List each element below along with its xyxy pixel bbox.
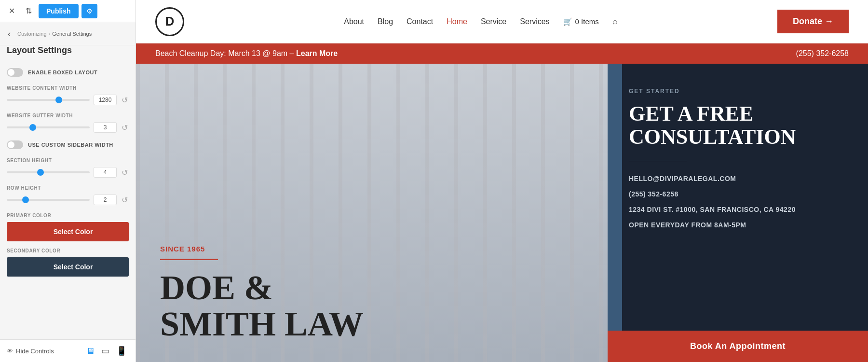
primary-color-row: Select Color <box>7 222 129 241</box>
mobile-view-button[interactable]: 📱 <box>114 345 129 357</box>
row-height-slider[interactable] <box>7 199 90 201</box>
hero-red-line <box>160 259 218 260</box>
hero-title-line1: DOE & <box>160 270 583 306</box>
consultation-title: GET A FREE CONSULTATION <box>629 102 847 149</box>
gear-button[interactable]: ⚙ <box>81 4 97 18</box>
gear-icon: ⚙ <box>86 7 93 15</box>
custom-sidebar-row: USE CUSTOM SIDEBAR WIDTH <box>7 140 129 149</box>
sort-button[interactable]: ⇅ <box>22 4 36 17</box>
learn-more-link[interactable]: Learn More <box>296 49 338 57</box>
gutter-width-group: WEBSITE GUTTER WIDTH 3 ↺ <box>7 113 129 133</box>
row-height-label: ROW HEIGHT <box>7 185 129 191</box>
nav-blog[interactable]: Blog <box>378 17 393 26</box>
secondary-color-swatch <box>7 257 17 277</box>
contact-info: HELLO@DIVIPARALEGAL.COM (255) 352-6258 1… <box>629 175 847 229</box>
consultation-title-line2: CONSULTATION <box>629 125 847 149</box>
website-preview: D About Blog Contact Home Service Servic… <box>136 0 868 362</box>
breadcrumb-arrow: › <box>49 31 51 37</box>
custom-sidebar-label: USE CUSTOM SIDEBAR WIDTH <box>28 142 113 148</box>
hero-content: SINCE 1965 DOE & SMITH LAW <box>160 245 583 343</box>
primary-color-label: PRIMARY COLOR <box>7 213 129 218</box>
gutter-width-label: WEBSITE GUTTER WIDTH <box>7 113 129 118</box>
contact-phone: (255) 352-6258 <box>629 190 847 198</box>
close-icon: ✕ <box>9 6 15 15</box>
consultation-divider <box>629 161 687 161</box>
secondary-color-button[interactable]: Select Color <box>17 257 129 277</box>
nav-contact[interactable]: Contact <box>407 17 433 26</box>
tablet-view-button[interactable]: ▭ <box>99 345 111 357</box>
consultation-eyebrow: GET STARTED <box>629 88 847 95</box>
section-height-slider[interactable] <box>7 171 90 173</box>
announcement-message: Beach Cleanup Day: March 13 @ 9am – <box>155 49 294 57</box>
logo-letter: D <box>165 14 175 29</box>
gutter-width-reset[interactable]: ↺ <box>121 123 129 132</box>
announcement-phone: (255) 352-6258 <box>796 49 849 58</box>
section-height-label: SECTION HEIGHT <box>7 158 129 163</box>
nav-home[interactable]: Home <box>447 17 467 26</box>
search-icon: ⌕ <box>612 16 618 26</box>
row-height-group: ROW HEIGHT 2 ↺ <box>7 185 129 205</box>
gutter-width-slider[interactable] <box>7 126 90 128</box>
device-buttons: 🖥 ▭ 📱 <box>84 345 129 357</box>
row-height-value: 2 <box>94 195 117 205</box>
site-nav: About Blog Contact Home Service Services… <box>344 16 618 27</box>
publish-button[interactable]: Publish <box>39 4 79 18</box>
search-button[interactable]: ⌕ <box>612 16 618 27</box>
panel-title-text: Layout Settings <box>7 45 72 56</box>
consultation-title-line1: GET A FREE <box>629 102 847 125</box>
enable-boxed-layout-row: ENABLE BOXED LAYOUT <box>7 68 129 77</box>
breadcrumb: ‹ Customizing › General Settings <box>7 27 129 40</box>
hero-title-line2: SMITH LAW <box>160 306 583 343</box>
section-height-group: SECTION HEIGHT 4 ↺ <box>7 158 129 178</box>
hide-controls-label: Hide Controls <box>16 348 54 355</box>
book-appointment-button[interactable]: Book An Appointment <box>608 331 868 362</box>
cart-area[interactable]: 🛒 0 Items <box>563 17 599 26</box>
secondary-color-row: Select Color <box>7 257 129 277</box>
panel-title: Layout Settings <box>0 45 136 60</box>
nav-service[interactable]: Service <box>481 17 506 26</box>
contact-address: 1234 DIVI ST. #1000, SAN FRANCISCO, CA 9… <box>629 206 847 213</box>
row-height-slider-row: 2 ↺ <box>7 195 129 205</box>
donate-button[interactable]: Donate → <box>777 10 849 33</box>
site-header: D About Blog Contact Home Service Servic… <box>136 0 868 43</box>
cart-count: 0 Items <box>575 17 599 26</box>
cart-icon: 🛒 <box>563 17 572 26</box>
back-button[interactable]: ‹ <box>7 28 12 40</box>
desktop-view-button[interactable]: 🖥 <box>84 345 96 357</box>
section-height-reset[interactable]: ↺ <box>121 168 129 177</box>
announcement-bar: Beach Cleanup Day: March 13 @ 9am – Lear… <box>136 43 868 64</box>
consultation-panel: GET STARTED GET A FREE CONSULTATION HELL… <box>608 64 868 362</box>
hide-controls-button[interactable]: 👁 Hide Controls <box>7 348 54 355</box>
section-height-value: 4 <box>94 167 117 178</box>
primary-color-button[interactable]: Select Color <box>17 222 129 241</box>
announcement-text: Beach Cleanup Day: March 13 @ 9am – Lear… <box>155 49 338 58</box>
content-width-slider[interactable] <box>7 99 90 101</box>
nav-about[interactable]: About <box>344 17 364 26</box>
close-button[interactable]: ✕ <box>5 4 19 17</box>
nav-services[interactable]: Services <box>520 17 549 26</box>
left-panel: ✕ ⇅ Publish ⚙ ‹ Customizing › General Se… <box>0 0 136 362</box>
breadcrumb-customizing[interactable]: Customizing <box>17 31 47 37</box>
custom-sidebar-toggle[interactable] <box>7 140 23 149</box>
contact-hours: OPEN EVERYDAY FROM 8AM-5PM <box>629 221 847 229</box>
content-width-value: 1280 <box>94 95 117 105</box>
breadcrumb-general-settings: General Settings <box>52 31 92 37</box>
sort-icon: ⇅ <box>26 6 32 15</box>
eye-icon: 👁 <box>7 348 13 355</box>
top-toolbar: ✕ ⇅ Publish ⚙ <box>0 0 136 22</box>
hero-since: SINCE 1965 <box>160 245 583 253</box>
breadcrumb-area: ‹ Customizing › General Settings <box>0 22 136 45</box>
primary-color-swatch <box>7 222 17 241</box>
gutter-width-slider-row: 3 ↺ <box>7 122 129 133</box>
content-width-reset[interactable]: ↺ <box>121 96 129 105</box>
gutter-width-value: 3 <box>94 122 117 133</box>
hero-section: SINCE 1965 DOE & SMITH LAW GET STARTED G… <box>136 64 868 362</box>
row-height-reset[interactable]: ↺ <box>121 195 129 205</box>
content-width-group: WEBSITE CONTENT WIDTH 1280 ↺ <box>7 85 129 105</box>
enable-boxed-layout-toggle[interactable] <box>7 68 23 77</box>
content-width-slider-row: 1280 ↺ <box>7 95 129 105</box>
publish-label: Publish <box>46 7 71 15</box>
hero-title: DOE & SMITH LAW <box>160 270 583 343</box>
site-logo: D <box>155 7 184 36</box>
bottom-bar: 👁 Hide Controls 🖥 ▭ 📱 <box>0 339 136 362</box>
